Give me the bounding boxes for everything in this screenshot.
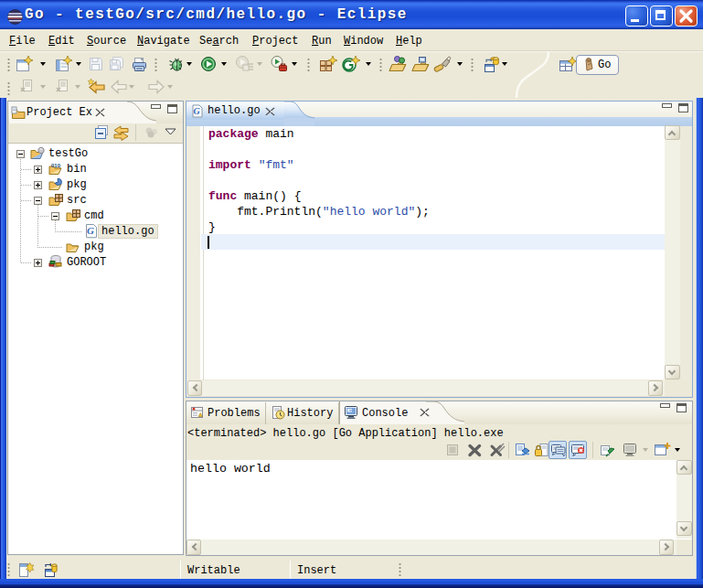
svg-text:010: 010 — [51, 163, 61, 168]
svg-text:G: G — [87, 225, 94, 236]
svg-text:G: G — [194, 106, 201, 116]
